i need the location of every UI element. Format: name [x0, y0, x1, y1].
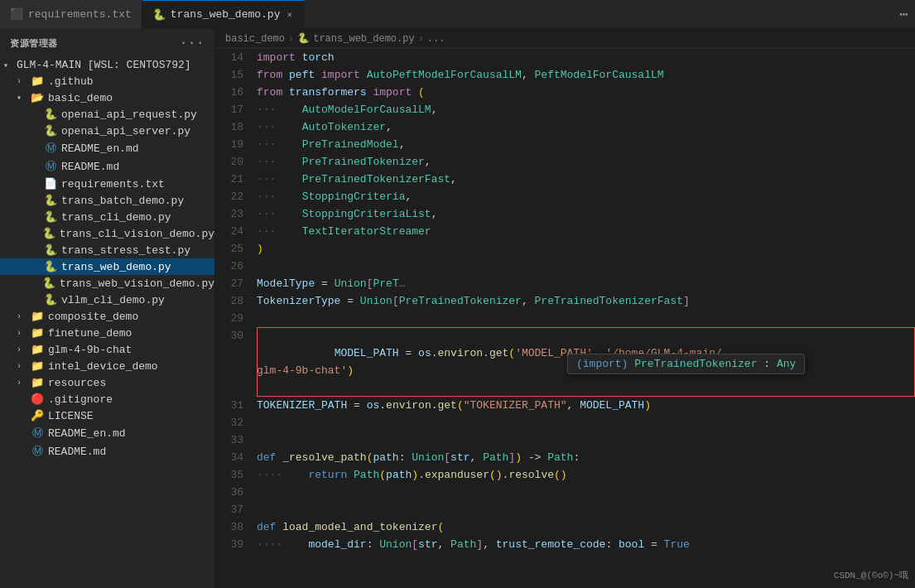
sidebar-label-github: .github [48, 75, 94, 88]
txt-icon-sidebar: 📄 [43, 177, 58, 190]
code-line-15: 15 from peft import AutoPeftModelForCaus… [215, 66, 915, 84]
line-content-31: TOKENIZER_PATH = os.environ.get("TOKENIZ… [257, 397, 915, 414]
label-trans-web-demo: trans_web_demo.py [61, 261, 171, 273]
code-line-39: 39 ···· model_dir: Union[str, Path], tru… [215, 536, 915, 553]
sidebar-item-trans-batch[interactable]: 🐍 trans_batch_demo.py [0, 192, 214, 209]
line-num-38: 38 [215, 518, 257, 536]
tab-requirements[interactable]: ⬛ requirements.txt [0, 0, 142, 29]
tab-trans-web-demo[interactable]: 🐍 trans_web_demo.py ✕ [142, 0, 305, 29]
line-content-35: ···· return Path(path).expanduser().reso… [257, 466, 915, 484]
line-num-39: 39 [215, 536, 257, 553]
sidebar-item-finetune-demo[interactable]: › 📁 finetune_demo [0, 325, 214, 341]
label-readme-en: README_en.md [61, 142, 139, 155]
label-gitignore: .gitignore [48, 393, 113, 406]
line-num-14: 14 [215, 49, 257, 66]
sidebar-item-resources[interactable]: › 📁 resources [0, 374, 214, 391]
code-line-21: 21 ··· PreTrainedTokenizerFast, [215, 171, 915, 188]
sidebar-item-readme-en-root[interactable]: Ⓜ README_en.md [0, 424, 214, 442]
sidebar-item-github[interactable]: › 📁 .github [0, 73, 214, 89]
sidebar-item-gitignore[interactable]: 🔴 .gitignore [0, 391, 214, 407]
label-trans-cli-vision: trans_cli_vision_demo.py [60, 228, 214, 240]
sidebar-item-license[interactable]: 🔑 LICENSE [0, 407, 214, 424]
sidebar-item-vllm-cli[interactable]: 🐍 vllm_cli_demo.py [0, 292, 214, 308]
label-intel-device: intel_device_demo [48, 360, 158, 373]
sidebar-item-readme-en[interactable]: Ⓜ README_en.md [0, 139, 214, 157]
code-line-30: 30 MODEL_PATH = os.environ.get('MODEL_PA… [215, 327, 915, 397]
sidebar-item-trans-web-demo[interactable]: 🐍 trans_web_demo.py [0, 258, 214, 275]
sidebar-item-readme[interactable]: Ⓜ README.md [0, 157, 214, 176]
sidebar-item-glm49b[interactable]: › 📁 glm-4-9b-chat [0, 341, 214, 358]
py-icon-4: 🐍 [43, 210, 58, 224]
line-num-29: 29 [215, 310, 257, 327]
code-container: basic_demo › 🐍 trans_web_demo.py › ... 1… [215, 29, 915, 588]
line-num-16: 16 [215, 84, 257, 101]
code-line-18: 18 ··· AutoTokenizer, [215, 118, 915, 136]
sidebar-item-basic-demo[interactable]: ▾ 📂 basic_demo [0, 89, 214, 106]
label-trans-web-vision: trans_web_vision_demo.py [60, 277, 214, 290]
folder-icon-composite: 📁 [30, 310, 45, 323]
sidebar-item-trans-cli[interactable]: 🐍 trans_cli_demo.py [0, 209, 214, 225]
line-num-36: 36 [215, 484, 257, 501]
line-content-21: ··· PreTrainedTokenizerFast, [257, 171, 915, 188]
sidebar-root[interactable]: ▾ GLM-4-MAIN [WSL: CENTOS792] [0, 57, 214, 73]
code-line-20: 20 ··· PreTrainedTokenizer, [215, 153, 915, 171]
label-vllm-cli: vllm_cli_demo.py [61, 294, 165, 306]
folder-icon-finetune: 📁 [30, 326, 45, 340]
line-content-25: ) [257, 240, 915, 258]
label-composite-demo: composite_demo [48, 311, 138, 323]
folder-icon-intel: 📁 [30, 359, 45, 373]
label-readme: README.md [61, 161, 119, 173]
line-content-20: ··· PreTrainedTokenizer, [257, 153, 915, 171]
code-line-37: 37 [215, 501, 915, 518]
github-chevron: › [17, 77, 30, 86]
line-num-20: 20 [215, 153, 257, 171]
code-line-25: 25 ) [215, 240, 915, 258]
root-label: GLM-4-MAIN [WSL: CENTOS792] [17, 59, 191, 71]
line-content-36 [257, 484, 915, 501]
line-content-32 [257, 414, 915, 431]
line-num-33: 33 [215, 431, 257, 449]
sidebar-item-composite-demo[interactable]: › 📁 composite_demo [0, 308, 214, 325]
watermark: CSDN_@(©o©)~哦 [834, 569, 908, 581]
tooltip-colon: : [763, 358, 777, 370]
line-content-28: TokenizerType = Union[PreTrainedTokenize… [257, 292, 915, 310]
tab-bar: ⬛ requirements.txt 🐍 trans_web_demo.py ✕… [0, 0, 915, 29]
py-icon-6: 🐍 [43, 243, 58, 257]
py-icon-3: 🐍 [43, 194, 58, 207]
sidebar-item-trans-cli-vision[interactable]: 🐍 trans_cli_vision_demo.py [0, 225, 214, 242]
code-line-23: 23 ··· StoppingCriteriaList, [215, 205, 915, 223]
line-content-17: ··· AutoModelForCausalLM, [257, 101, 915, 118]
line-content-24: ··· TextIteratorStreamer [257, 223, 915, 240]
sidebar-item-openai-api-request[interactable]: 🐍 openai_api_request.py [0, 106, 214, 123]
tab-close-button[interactable]: ✕ [285, 7, 294, 22]
py-icon-active: 🐍 [152, 8, 166, 22]
sidebar-item-trans-web-vision[interactable]: 🐍 trans_web_vision_demo.py [0, 275, 214, 292]
sidebar-more-button[interactable]: ··· [180, 36, 205, 51]
breadcrumb-basic-demo: basic_demo [225, 33, 285, 45]
sidebar-title: 资源管理器 [10, 37, 58, 50]
sidebar-item-openai-api-server[interactable]: 🐍 openai_api_server.py [0, 123, 214, 139]
sidebar-item-readme-root[interactable]: Ⓜ README.md [0, 442, 214, 460]
sidebar-header: 资源管理器 ··· [0, 29, 214, 57]
line-num-19: 19 [215, 136, 257, 153]
label-trans-batch: trans_batch_demo.py [61, 195, 184, 207]
md-icon-1: Ⓜ [43, 141, 58, 156]
sidebar-item-requirements[interactable]: 📄 requirements.txt [0, 176, 214, 192]
code-line-14: 14 import torch [215, 49, 915, 66]
label-trans-stress: trans_stress_test.py [61, 244, 190, 257]
label-license: LICENSE [48, 410, 94, 422]
sidebar-item-intel-device[interactable]: › 📁 intel_device_demo [0, 358, 214, 374]
py-icon-1: 🐍 [43, 108, 58, 121]
sidebar-item-trans-stress[interactable]: 🐍 trans_stress_test.py [0, 242, 214, 258]
code-editor[interactable]: 14 import torch 15 from peft import Auto… [215, 49, 915, 588]
tooltip-import-kw: (import) [576, 358, 628, 370]
basic-demo-folder-icon: 📂 [30, 91, 45, 104]
code-line-32: 32 [215, 414, 915, 431]
label-readme-en-root: README_en.md [48, 427, 126, 440]
github-folder-icon: 📁 [30, 75, 45, 88]
breadcrumb-sep-2: › [418, 33, 424, 45]
code-line-22: 22 ··· StoppingCriteria, [215, 188, 915, 205]
tab-label-trans-web-demo: trans_web_demo.py [171, 8, 281, 21]
code-table: 14 import torch 15 from peft import Auto… [215, 49, 915, 553]
breadcrumb-dots: ... [427, 33, 445, 45]
